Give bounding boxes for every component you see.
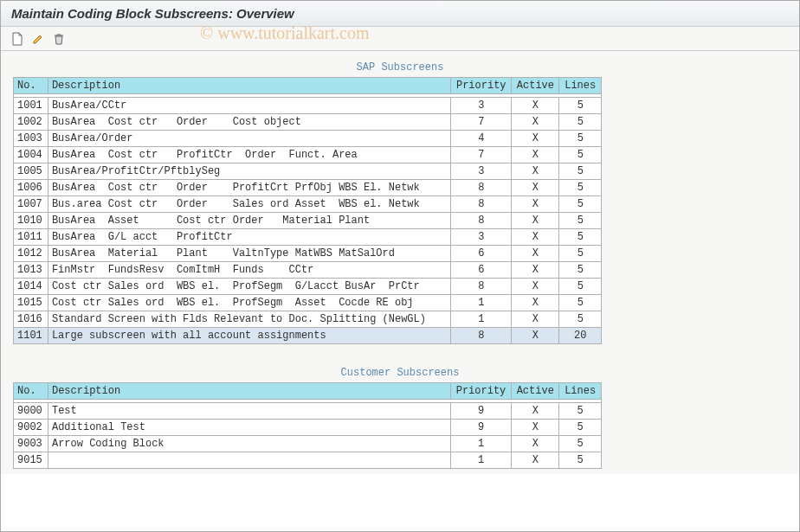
cell-lines: 5	[559, 98, 602, 114]
cell-prio: 3	[451, 98, 512, 114]
cell-desc: Standard Screen with Flds Relevant to Do…	[48, 311, 450, 328]
table-row[interactable]: 1010BusArea Asset Cost ctr Order Materia…	[14, 213, 602, 229]
delete-icon	[54, 33, 64, 45]
toolbar	[1, 27, 799, 51]
table-row[interactable]: 1101Large subscreen with all account ass…	[14, 328, 602, 344]
cell-lines: 5	[559, 114, 602, 131]
table-row[interactable]: 9003Arrow Coding Block1X5	[14, 436, 602, 452]
cell-prio: 3	[451, 163, 512, 180]
cell-no: 1101	[14, 328, 48, 344]
table-row[interactable]: 9002Additional Test9X5	[14, 420, 602, 436]
cell-desc: Test	[48, 403, 450, 420]
cell-desc: BusArea Cost ctr ProfitCtr Order Funct. …	[48, 147, 450, 163]
cell-active: X	[512, 196, 559, 213]
cell-desc: FinMstr FundsResv ComItmH Funds CCtr	[48, 262, 450, 279]
cell-prio: 9	[450, 403, 511, 420]
cell-no: 1001	[14, 98, 48, 114]
cell-prio: 1	[451, 295, 512, 311]
new-button[interactable]	[10, 31, 25, 47]
table-row[interactable]: 1006BusArea Cost ctr Order ProfitCrt Prf…	[14, 180, 602, 196]
col-priority[interactable]: Priority	[450, 383, 511, 400]
cell-no: 9000	[14, 403, 48, 420]
cell-prio: 8	[451, 328, 512, 344]
cell-active: X	[512, 262, 559, 279]
cell-no: 1010	[14, 213, 48, 229]
cell-prio: 8	[451, 213, 512, 229]
cell-lines: 5	[559, 403, 602, 420]
cell-active: X	[512, 420, 559, 436]
col-no[interactable]: No.	[14, 383, 48, 400]
cell-active: X	[512, 403, 559, 420]
cell-no: 1011	[14, 229, 48, 246]
cell-no: 1012	[14, 246, 48, 262]
cell-no: 1014	[14, 279, 48, 295]
cell-lines: 5	[559, 311, 602, 328]
cell-active: X	[512, 98, 559, 114]
table-row[interactable]: 1013FinMstr FundsResv ComItmH Funds CCtr…	[14, 262, 602, 279]
table-row[interactable]: 1003BusArea/Order4X5	[14, 131, 602, 147]
table-row[interactable]: 1002BusArea Cost ctr Order Cost object7X…	[14, 114, 602, 131]
cell-desc: BusArea Cost ctr Order Cost object	[48, 114, 450, 131]
col-description[interactable]: Description	[48, 78, 450, 94]
cell-lines: 5	[559, 180, 602, 196]
cell-desc: Bus.area Cost ctr Order Sales ord Asset …	[48, 196, 450, 213]
cell-prio: 7	[451, 114, 512, 131]
cell-lines: 5	[559, 147, 602, 163]
table-row[interactable]: 1011BusArea G/L acct ProfitCtr3X5	[14, 229, 602, 246]
cell-lines: 5	[559, 436, 602, 452]
cell-desc: BusArea/CCtr	[48, 98, 450, 114]
cell-desc: Large subscreen with all account assignm…	[48, 328, 450, 344]
cell-active: X	[512, 229, 559, 246]
page-title: Maintain Coding Block Subscreens: Overvi…	[1, 1, 799, 27]
cell-prio: 4	[451, 131, 512, 147]
cell-lines: 5	[559, 295, 602, 311]
cell-desc: BusArea/ProfitCtr/PftblySeg	[48, 163, 450, 180]
cell-active: X	[512, 279, 559, 295]
cell-prio: 1	[450, 436, 511, 452]
cell-prio: 9	[450, 420, 511, 436]
cell-prio: 6	[451, 262, 512, 279]
cell-desc: Arrow Coding Block	[48, 436, 450, 452]
cell-active: X	[512, 213, 559, 229]
table-row[interactable]: 1001BusArea/CCtr3X5	[14, 98, 602, 114]
table-row[interactable]: 1007Bus.area Cost ctr Order Sales ord As…	[14, 196, 602, 213]
table-row[interactable]: 1014Cost ctr Sales ord WBS el. ProfSegm …	[14, 279, 602, 295]
cell-no: 1007	[14, 196, 48, 213]
sap-header-row: No. Description Priority Active Lines	[14, 78, 602, 94]
cell-no: 9002	[14, 420, 48, 436]
delete-button[interactable]	[51, 31, 67, 47]
edit-icon	[32, 33, 44, 45]
table-row[interactable]: 1015Cost ctr Sales ord WBS el. ProfSegm …	[14, 295, 602, 311]
cell-lines: 5	[559, 229, 602, 246]
table-row[interactable]: 1005BusArea/ProfitCtr/PftblySeg3X5	[14, 163, 602, 180]
col-active[interactable]: Active	[512, 78, 559, 94]
table-row[interactable]: 1016Standard Screen with Flds Relevant t…	[14, 311, 602, 328]
cell-lines: 5	[559, 196, 602, 213]
table-row[interactable]: 90151X5	[14, 452, 602, 469]
cell-active: X	[512, 246, 559, 262]
cell-no: 1015	[14, 295, 48, 311]
cell-lines: 5	[559, 131, 602, 147]
col-no[interactable]: No.	[14, 78, 48, 94]
table-row[interactable]: 1012BusArea Material Plant ValtnType Mat…	[14, 246, 602, 262]
cell-desc: BusArea Material Plant ValtnType MatWBS …	[48, 246, 450, 262]
col-priority[interactable]: Priority	[451, 78, 512, 94]
cell-no: 1003	[14, 131, 48, 147]
cell-desc: Additional Test	[48, 420, 450, 436]
table-row[interactable]: 1004BusArea Cost ctr ProfitCtr Order Fun…	[14, 147, 602, 163]
cell-no: 9003	[14, 436, 48, 452]
cell-prio: 8	[451, 180, 512, 196]
col-lines[interactable]: Lines	[559, 383, 602, 400]
edit-button[interactable]	[30, 31, 46, 47]
col-description[interactable]: Description	[48, 383, 450, 400]
sap-section-title: SAP Subscreens	[13, 56, 787, 77]
cell-no: 1006	[14, 180, 48, 196]
cell-prio: 1	[450, 452, 511, 469]
table-row[interactable]: 9000Test9X5	[14, 403, 602, 420]
col-active[interactable]: Active	[512, 383, 559, 400]
col-lines[interactable]: Lines	[559, 78, 602, 94]
cell-no: 1016	[14, 311, 48, 328]
cell-no: 9015	[14, 452, 48, 469]
cell-no: 1013	[14, 262, 48, 279]
cell-active: X	[512, 311, 559, 328]
